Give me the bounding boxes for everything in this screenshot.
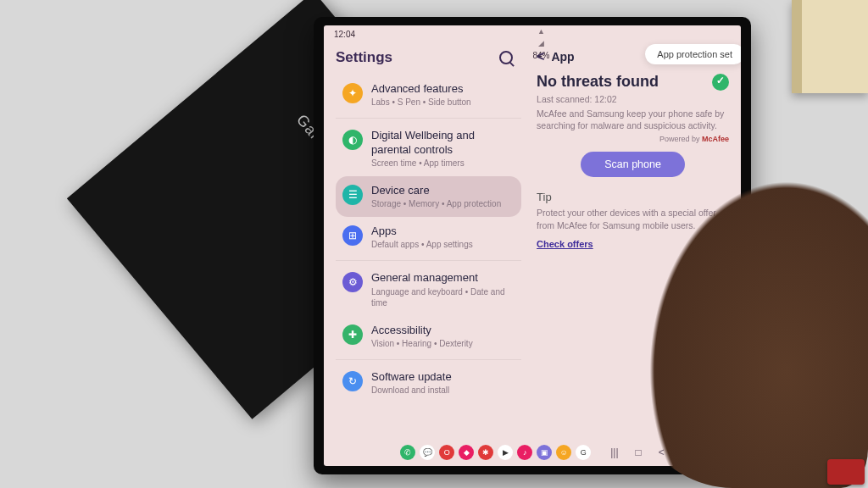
tip-body: Protect your other devices with a specia… [537,207,729,231]
nav-recent-icon[interactable]: ||| [610,446,618,458]
crumb-label: App [551,50,574,64]
sidebar-item-title: Device care [371,184,501,197]
check-icon [712,74,729,91]
dock-phone-icon[interactable]: ✆ [400,445,415,460]
sidebar-item-devicecare[interactable]: ☰Device careStorage • Memory • App prote… [336,176,521,217]
sidebar-item-general[interactable]: ⚙General managementLanguage and keyboard… [336,263,521,315]
dock-google-icon[interactable]: G [576,445,591,460]
check-offers-link[interactable]: Check offers [537,239,729,249]
general-icon: ⚙ [342,272,363,292]
back-icon[interactable]: < [537,49,544,64]
sidebar-item-title: General management [371,271,515,285]
detail-pane: < App App protection set No threats foun… [528,42,741,466]
dock-music-icon[interactable]: ♪ [517,445,532,460]
nav-home-icon[interactable]: □ [636,446,642,458]
sidebar-item-title: Apps [371,225,473,238]
tablet-device: 12:04 ⋮ ▲ ◢ 84% Settings ✦Advanced featu… [314,17,751,474]
sidebar-item-title: Advanced features [371,82,471,96]
sidebar-item-advanced[interactable]: ✦Advanced featuresLabs • S Pen • Side bu… [336,75,521,115]
swupdate-icon: ↻ [342,371,363,391]
apps-icon: ⊞ [342,225,363,246]
sidebar-item-sub: Language and keyboard • Date and time [371,286,515,308]
nav-back-icon[interactable]: < [659,446,665,458]
dock-youtube-icon[interactable]: ▶ [498,445,513,460]
sidebar-item-title: Accessibility [371,324,473,337]
app-protection-pill[interactable]: App protection set [645,44,741,64]
dock-contacts-icon[interactable]: ☺ [556,445,571,460]
signal-icon: ▲ [537,27,545,36]
settings-pane: Settings ✦Advanced featuresLabs • S Pen … [324,42,528,466]
dock-settings-icon[interactable]: ✱ [478,445,493,460]
dock-opera-icon[interactable]: O [439,445,454,460]
sidebar-item-sub: Download and install [371,385,452,396]
sidebar-item-swupdate[interactable]: ↻Software updateDownload and install [336,363,521,403]
scan-phone-button[interactable]: Scan phone [581,152,685,177]
corner-badge [827,459,865,485]
sidebar-item-wellbeing[interactable]: ◐Digital Wellbeing and parental controls… [336,121,521,176]
devicecare-icon: ☰ [342,185,363,205]
sidebar-item-accessibility[interactable]: ✚AccessibilityVision • Hearing • Dexteri… [336,316,521,357]
tip-heading: Tip [537,191,729,203]
sidebar-item-apps[interactable]: ⊞AppsDefault apps • App settings [336,217,521,258]
search-icon[interactable] [499,51,513,64]
last-scanned: Last scanned: 12:02 [537,94,729,104]
sidebar-item-sub: Screen time • App timers [371,158,515,169]
screen: 12:04 ⋮ ▲ ◢ 84% Settings ✦Advanced featu… [324,25,741,466]
sidebar-item-sub: Labs • S Pen • Side button [371,97,471,108]
wellbeing-icon: ◐ [342,130,363,150]
status-time: 12:04 [334,30,355,39]
sidebar-item-title: Software update [371,370,452,384]
advanced-icon: ✦ [342,83,363,103]
status-bar: 12:04 ⋮ ▲ ◢ 84% [324,25,741,42]
sidebar-item-title: Digital Wellbeing and parental controls [371,129,515,157]
threat-heading: No threats found [537,73,659,91]
sidebar-item-sub: Vision • Hearing • Dexterity [371,338,473,349]
wood-block [792,0,868,93]
powered-by: Powered by McAfee [537,135,729,143]
sidebar-item-sub: Storage • Memory • App protection [371,198,501,209]
accessibility-icon: ✚ [342,324,363,345]
dock-store-icon[interactable]: ▣ [537,445,552,460]
dock-chat-icon[interactable]: 💬 [420,445,435,460]
dock-app1-icon[interactable]: ◆ [459,445,474,460]
protection-desc: McAfee and Samsung keep your phone safe … [537,108,729,131]
sidebar-item-sub: Default apps • App settings [371,239,473,250]
dock: ✆💬O◆✱▶♪▣☺G ||| □ < [324,441,741,464]
